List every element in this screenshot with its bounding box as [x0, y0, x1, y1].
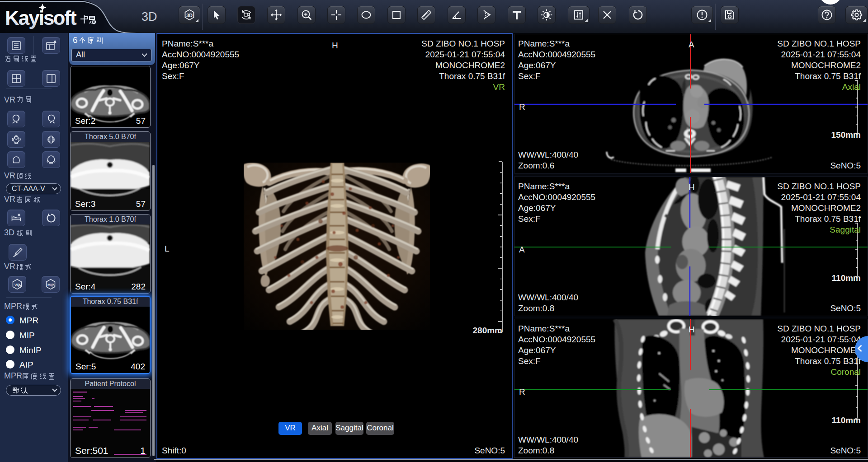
- svg-text:3D: 3D: [4, 229, 14, 237]
- svg-text:Kayisoft: Kayisoft: [5, 7, 77, 29]
- svg-text:MPR: MPR: [4, 303, 22, 311]
- svg-text:VR: VR: [4, 172, 15, 180]
- svg-text:VR: VR: [4, 196, 15, 204]
- svg-text:VR: VR: [4, 263, 15, 271]
- svg-text:3D: 3D: [186, 13, 193, 18]
- svg-text:MPR: MPR: [4, 372, 22, 380]
